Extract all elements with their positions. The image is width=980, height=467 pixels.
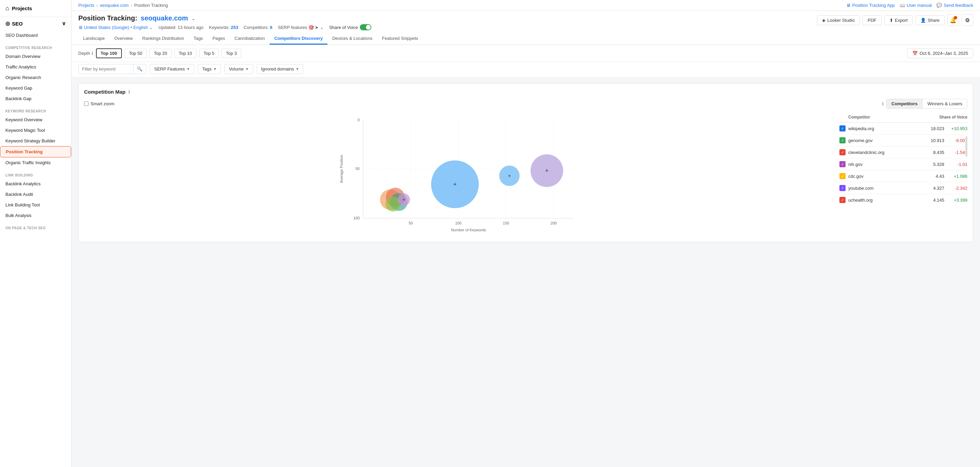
toggle-info-icon[interactable]: ℹ — [882, 101, 884, 106]
tags-filter[interactable]: Tags ▼ — [198, 64, 221, 74]
tab-rankings-distribution[interactable]: Rankings Distribution — [137, 33, 189, 45]
scatter-chart-wrap: 0 50 100 50 100 150 200 Average Position… — [84, 113, 833, 236]
depth-top5[interactable]: Top 5 — [199, 49, 219, 58]
domain-link[interactable]: seoquake.com — [141, 14, 188, 22]
user-manual-button[interactable]: 📖 User manual — [900, 3, 932, 8]
breadcrumb-projects[interactable]: Projects — [78, 3, 94, 8]
share-button[interactable]: 👤 Share — [915, 15, 945, 25]
serp-features-dropdown-icon[interactable]: ⌄ — [320, 25, 324, 30]
competitor-name: wikipedia.org — [848, 126, 924, 131]
settings-button[interactable]: ⚙ — [962, 14, 973, 26]
export-icon: ⬆ — [889, 18, 893, 23]
table-scrollbar[interactable] — [966, 136, 967, 157]
competitor-checkbox[interactable]: ✓ — [839, 125, 846, 131]
sidebar-item-backlink-analytics[interactable]: Backlink Analytics — [0, 179, 71, 189]
keyword-filter-input[interactable] — [79, 64, 133, 73]
competitor-sov: 4.327 — [927, 186, 944, 191]
breadcrumb-domain[interactable]: seoquake.com — [100, 3, 129, 8]
seo-section-header[interactable]: ◎ SEO ∨ — [0, 17, 71, 30]
competitor-row: ✓cdc.gov4.43+1.086 — [838, 170, 967, 182]
sidebar-item-keyword-gap[interactable]: Keyword Gap — [0, 83, 71, 93]
toggle-winners-losers[interactable]: Winners & Losers — [923, 99, 967, 108]
sidebar-item-backlink-audit[interactable]: Backlink Audit — [0, 189, 71, 199]
competitor-checkbox[interactable]: ✓ — [839, 161, 846, 167]
page-title: Position Tracking: — [78, 14, 137, 22]
tab-competitors-discovery[interactable]: Competitors Discovery — [270, 33, 328, 45]
sidebar-item-keyword-strategy-builder[interactable]: Keyword Strategy Builder — [0, 135, 71, 146]
volume-filter[interactable]: Volume ▼ — [224, 64, 253, 74]
position-tracking-app-button[interactable]: 🖥 Position Tracking App — [846, 3, 895, 8]
looker-studio-button[interactable]: ◈ Looker Studio — [817, 15, 859, 25]
keywords-label: Keywords: 253 — [209, 25, 238, 30]
competitor-row: ✓clevelandclinic.org8.435-1.548 — [838, 147, 967, 158]
competitor-row: ✓wikipedia.org18.023+10.953 — [838, 123, 967, 135]
calendar-icon: 📅 — [912, 51, 918, 56]
link-building-section: LINK BUILDING — [0, 170, 71, 179]
chevron-icon: ∨ — [62, 21, 66, 27]
competitor-checkbox[interactable]: ✓ — [839, 149, 846, 155]
tab-overview[interactable]: Overview — [110, 33, 137, 45]
sidebar-item-position-tracking[interactable]: Position Tracking — [0, 146, 71, 157]
competitor-row: ✓youtube.com4.327-2.342 — [838, 182, 967, 194]
sidebar-item-seo-dashboard[interactable]: SEO Dashboard — [0, 30, 71, 41]
date-range-picker[interactable]: 📅 Oct 6, 2024–Jan 3, 2025 — [907, 48, 973, 58]
tab-pages[interactable]: Pages — [208, 33, 230, 45]
depth-top10[interactable]: Top 10 — [174, 49, 196, 58]
export-button[interactable]: ⬆ Export — [885, 15, 913, 25]
depth-top20[interactable]: Top 20 — [150, 49, 172, 58]
competitor-name: nih.gov — [848, 162, 924, 167]
competitor-checkbox[interactable]: ✓ — [839, 185, 846, 191]
language-dropdown-icon[interactable]: ⌄ — [149, 25, 153, 30]
competitor-change: +10.953 — [947, 126, 967, 131]
depth-top3[interactable]: Top 3 — [221, 49, 241, 58]
location-selector[interactable]: 🖥 United States (Google) • English ⌄ — [78, 25, 153, 30]
sidebar-item-keyword-magic-tool[interactable]: Keyword Magic Tool — [0, 125, 71, 135]
sidebar-item-keyword-overview[interactable]: Keyword Overview — [0, 115, 71, 125]
topbar: Projects › seoquake.com › Position Track… — [72, 0, 980, 11]
depth-group: Depth ℹ Top 100 Top 50 Top 20 Top 10 Top… — [78, 48, 241, 58]
sidebar-item-link-building-tool[interactable]: Link Building Tool — [0, 199, 71, 210]
keyword-filter-search-button[interactable]: 🔍 — [133, 64, 146, 73]
depth-top100[interactable]: Top 100 — [96, 48, 122, 58]
tab-featured-snippets[interactable]: Featured Snippets — [377, 33, 423, 45]
keywords-value[interactable]: 253 — [231, 25, 238, 30]
tab-cannibalization[interactable]: Cannibalization — [230, 33, 270, 45]
book-icon: 📖 — [900, 3, 905, 8]
domain-dropdown-icon[interactable]: ⌄ — [191, 16, 196, 21]
competitor-checkbox[interactable]: ✓ — [839, 197, 846, 203]
serp-features-filter[interactable]: SERP Features ▼ — [150, 64, 194, 74]
tab-devices-locations[interactable]: Devices & Locations — [328, 33, 377, 45]
date-range-label: Oct 6, 2024–Jan 3, 2025 — [920, 51, 968, 56]
pdf-button[interactable]: PDF — [862, 15, 881, 25]
competitor-row: ✓genome.gov10.913-9.007 — [838, 135, 967, 147]
smart-zoom-input[interactable] — [84, 102, 89, 106]
sidebar-item-organic-research[interactable]: Organic Research — [0, 72, 71, 83]
sidebar-item-bulk-analysis[interactable]: Bulk Analysis — [0, 210, 71, 221]
breadcrumb-current: Position Tracking — [134, 3, 168, 8]
share-of-voice-switch[interactable] — [360, 24, 371, 30]
card-info-icon[interactable]: ℹ — [128, 89, 130, 94]
tab-tags[interactable]: Tags — [189, 33, 208, 45]
tab-landscape[interactable]: Landscape — [78, 33, 110, 45]
ignored-domains-filter[interactable]: Ignored domains ▼ — [257, 64, 304, 74]
competitor-change: +3.399 — [947, 198, 967, 203]
notification-badge — [954, 16, 957, 19]
competitor-checkbox[interactable]: ✓ — [839, 137, 846, 143]
competitor-row: ✓nih.gov5.328-1.01 — [838, 158, 967, 170]
sidebar-item-backlink-gap[interactable]: Backlink Gap — [0, 93, 71, 104]
sidebar-item-traffic-analytics[interactable]: Traffic Analytics — [0, 62, 71, 72]
sidebar-logo[interactable]: ⌂ Projects — [0, 0, 71, 17]
send-feedback-button[interactable]: 💬 Send feedback — [936, 3, 973, 8]
depth-info-icon[interactable]: ℹ — [92, 51, 93, 56]
sidebar-item-organic-traffic-insights[interactable]: Organic Traffic Insights — [0, 157, 71, 168]
smart-zoom-label: Smart zoom — [91, 101, 115, 106]
comp-table-header: Competitor Share of Voice — [838, 113, 967, 123]
depth-top50[interactable]: Top 50 — [124, 49, 147, 58]
competitors-value[interactable]: 6 — [270, 25, 272, 30]
competitor-checkbox[interactable]: ✓ — [839, 173, 846, 179]
sidebar-item-domain-overview[interactable]: Domain Overview — [0, 51, 71, 62]
card-options: Smart zoom ℹ Competitors Winners & Loser… — [84, 99, 967, 108]
toggle-competitors[interactable]: Competitors — [887, 99, 923, 108]
share-of-voice-toggle: Share of Voice — [329, 24, 372, 30]
notification-button[interactable]: 🔔 — [947, 14, 959, 26]
